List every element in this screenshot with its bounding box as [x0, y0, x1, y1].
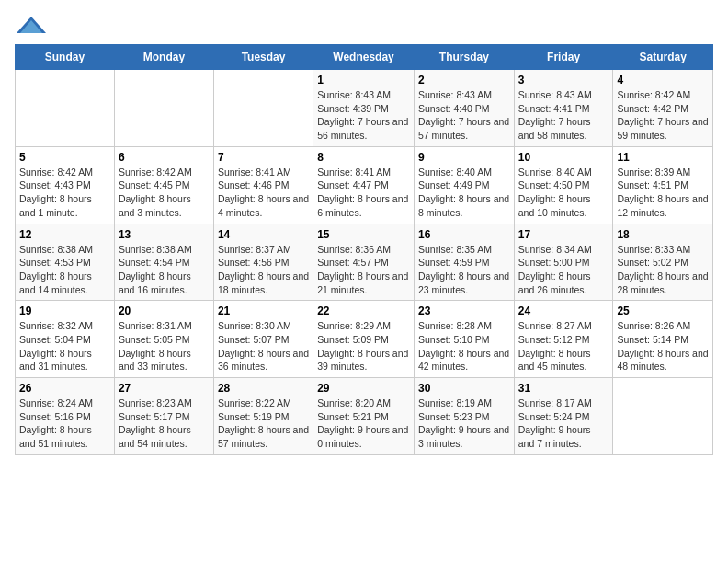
header-tuesday: Tuesday: [213, 45, 313, 70]
calendar-cell: 26Sunrise: 8:24 AMSunset: 5:16 PMDayligh…: [16, 378, 115, 455]
calendar-cell: 23Sunrise: 8:28 AMSunset: 5:10 PMDayligh…: [414, 301, 514, 378]
day-info: Sunrise: 8:29 AMSunset: 5:09 PMDaylight:…: [317, 319, 410, 373]
day-number: 9: [418, 151, 510, 164]
day-number: 23: [418, 304, 510, 317]
day-number: 16: [418, 228, 510, 241]
calendar-cell: [613, 378, 713, 455]
calendar-week-row: 12Sunrise: 8:38 AMSunset: 4:53 PMDayligh…: [16, 224, 713, 301]
day-info: Sunrise: 8:38 AMSunset: 4:54 PMDaylight:…: [119, 243, 210, 297]
header-friday: Friday: [514, 45, 613, 70]
day-info: Sunrise: 8:41 AMSunset: 4:46 PMDaylight:…: [218, 166, 309, 220]
calendar-cell: 16Sunrise: 8:35 AMSunset: 4:59 PMDayligh…: [414, 224, 514, 301]
calendar-cell: [16, 70, 115, 147]
calendar-cell: 4Sunrise: 8:42 AMSunset: 4:42 PMDaylight…: [613, 70, 713, 147]
calendar-cell: [114, 70, 213, 147]
day-info: Sunrise: 8:27 AMSunset: 5:12 PMDaylight:…: [518, 319, 609, 373]
calendar-week-row: 5Sunrise: 8:42 AMSunset: 4:43 PMDaylight…: [16, 146, 713, 224]
day-info: Sunrise: 8:39 AMSunset: 4:51 PMDaylight:…: [617, 166, 709, 220]
calendar-cell: 11Sunrise: 8:39 AMSunset: 4:51 PMDayligh…: [613, 146, 713, 224]
day-number: 10: [518, 151, 609, 164]
day-info: Sunrise: 8:24 AMSunset: 5:16 PMDaylight:…: [19, 396, 110, 451]
calendar-cell: 6Sunrise: 8:42 AMSunset: 4:45 PMDaylight…: [114, 146, 213, 224]
day-info: Sunrise: 8:19 AMSunset: 5:23 PMDaylight:…: [418, 396, 510, 451]
header-saturday: Saturday: [613, 45, 713, 70]
day-number: 3: [518, 74, 609, 86]
calendar-cell: 29Sunrise: 8:20 AMSunset: 5:21 PMDayligh…: [313, 378, 415, 455]
day-info: Sunrise: 8:20 AMSunset: 5:21 PMDaylight:…: [317, 396, 410, 451]
day-number: 13: [119, 228, 210, 241]
day-info: Sunrise: 8:32 AMSunset: 5:04 PMDaylight:…: [19, 319, 110, 373]
day-info: Sunrise: 8:42 AMSunset: 4:43 PMDaylight:…: [19, 166, 110, 220]
calendar-cell: [213, 70, 313, 147]
day-info: Sunrise: 8:43 AMSunset: 4:40 PMDaylight:…: [418, 88, 510, 143]
day-info: Sunrise: 8:41 AMSunset: 4:47 PMDaylight:…: [317, 166, 410, 220]
header-thursday: Thursday: [414, 45, 514, 70]
calendar-cell: 13Sunrise: 8:38 AMSunset: 4:54 PMDayligh…: [114, 224, 213, 301]
day-info: Sunrise: 8:17 AMSunset: 5:24 PMDaylight:…: [518, 396, 609, 451]
day-number: 4: [617, 74, 709, 86]
day-number: 29: [317, 382, 410, 395]
calendar-week-row: 26Sunrise: 8:24 AMSunset: 5:16 PMDayligh…: [16, 378, 713, 455]
calendar-cell: 1Sunrise: 8:43 AMSunset: 4:39 PMDaylight…: [313, 70, 415, 147]
day-info: Sunrise: 8:40 AMSunset: 4:50 PMDaylight:…: [518, 166, 609, 220]
day-info: Sunrise: 8:30 AMSunset: 5:07 PMDaylight:…: [218, 319, 309, 373]
day-info: Sunrise: 8:38 AMSunset: 4:53 PMDaylight:…: [19, 243, 110, 297]
calendar-cell: 12Sunrise: 8:38 AMSunset: 4:53 PMDayligh…: [16, 224, 115, 301]
day-number: 6: [119, 151, 210, 164]
day-info: Sunrise: 8:34 AMSunset: 5:00 PMDaylight:…: [518, 243, 609, 297]
logo-icon: [15, 15, 48, 37]
calendar-cell: 28Sunrise: 8:22 AMSunset: 5:19 PMDayligh…: [213, 378, 313, 455]
header: [15, 15, 713, 37]
calendar-week-row: 1Sunrise: 8:43 AMSunset: 4:39 PMDaylight…: [16, 70, 713, 147]
day-info: Sunrise: 8:40 AMSunset: 4:49 PMDaylight:…: [418, 166, 510, 220]
day-info: Sunrise: 8:26 AMSunset: 5:14 PMDaylight:…: [617, 319, 709, 373]
day-info: Sunrise: 8:43 AMSunset: 4:41 PMDaylight:…: [518, 88, 609, 143]
logo: [15, 15, 51, 37]
day-number: 27: [119, 382, 210, 395]
day-number: 19: [19, 304, 110, 317]
calendar-cell: 21Sunrise: 8:30 AMSunset: 5:07 PMDayligh…: [213, 301, 313, 378]
day-number: 24: [518, 304, 609, 317]
calendar-cell: 14Sunrise: 8:37 AMSunset: 4:56 PMDayligh…: [213, 224, 313, 301]
day-number: 15: [317, 228, 410, 241]
day-number: 8: [317, 151, 410, 164]
day-number: 7: [218, 151, 309, 164]
day-number: 18: [617, 228, 709, 241]
day-number: 14: [218, 228, 309, 241]
day-number: 28: [218, 382, 309, 395]
day-number: 30: [418, 382, 510, 395]
calendar-table: SundayMondayTuesdayWednesdayThursdayFrid…: [15, 44, 713, 455]
day-info: Sunrise: 8:36 AMSunset: 4:57 PMDaylight:…: [317, 243, 410, 297]
day-info: Sunrise: 8:33 AMSunset: 5:02 PMDaylight:…: [617, 243, 709, 297]
calendar-cell: 19Sunrise: 8:32 AMSunset: 5:04 PMDayligh…: [16, 301, 115, 378]
day-info: Sunrise: 8:28 AMSunset: 5:10 PMDaylight:…: [418, 319, 510, 373]
day-number: 21: [218, 304, 309, 317]
calendar-cell: 3Sunrise: 8:43 AMSunset: 4:41 PMDaylight…: [514, 70, 613, 147]
day-info: Sunrise: 8:43 AMSunset: 4:39 PMDaylight:…: [317, 88, 410, 143]
day-info: Sunrise: 8:35 AMSunset: 4:59 PMDaylight:…: [418, 243, 510, 297]
calendar-cell: 5Sunrise: 8:42 AMSunset: 4:43 PMDaylight…: [16, 146, 115, 224]
calendar-cell: 24Sunrise: 8:27 AMSunset: 5:12 PMDayligh…: [514, 301, 613, 378]
day-number: 26: [19, 382, 110, 395]
day-number: 17: [518, 228, 609, 241]
calendar-cell: 20Sunrise: 8:31 AMSunset: 5:05 PMDayligh…: [114, 301, 213, 378]
day-info: Sunrise: 8:31 AMSunset: 5:05 PMDaylight:…: [119, 319, 210, 373]
day-number: 2: [418, 74, 510, 86]
day-number: 20: [119, 304, 210, 317]
day-info: Sunrise: 8:42 AMSunset: 4:45 PMDaylight:…: [119, 166, 210, 220]
calendar-cell: 17Sunrise: 8:34 AMSunset: 5:00 PMDayligh…: [514, 224, 613, 301]
day-info: Sunrise: 8:42 AMSunset: 4:42 PMDaylight:…: [617, 88, 709, 143]
calendar-cell: 15Sunrise: 8:36 AMSunset: 4:57 PMDayligh…: [313, 224, 415, 301]
calendar-cell: 7Sunrise: 8:41 AMSunset: 4:46 PMDaylight…: [213, 146, 313, 224]
calendar-cell: 2Sunrise: 8:43 AMSunset: 4:40 PMDaylight…: [414, 70, 514, 147]
calendar-cell: 10Sunrise: 8:40 AMSunset: 4:50 PMDayligh…: [514, 146, 613, 224]
day-number: 25: [617, 304, 709, 317]
calendar-cell: 25Sunrise: 8:26 AMSunset: 5:14 PMDayligh…: [613, 301, 713, 378]
day-number: 12: [19, 228, 110, 241]
day-info: Sunrise: 8:23 AMSunset: 5:17 PMDaylight:…: [119, 396, 210, 451]
calendar-cell: 31Sunrise: 8:17 AMSunset: 5:24 PMDayligh…: [514, 378, 613, 455]
calendar-cell: 30Sunrise: 8:19 AMSunset: 5:23 PMDayligh…: [414, 378, 514, 455]
day-info: Sunrise: 8:22 AMSunset: 5:19 PMDaylight:…: [218, 396, 309, 451]
day-number: 22: [317, 304, 410, 317]
day-info: Sunrise: 8:37 AMSunset: 4:56 PMDaylight:…: [218, 243, 309, 297]
